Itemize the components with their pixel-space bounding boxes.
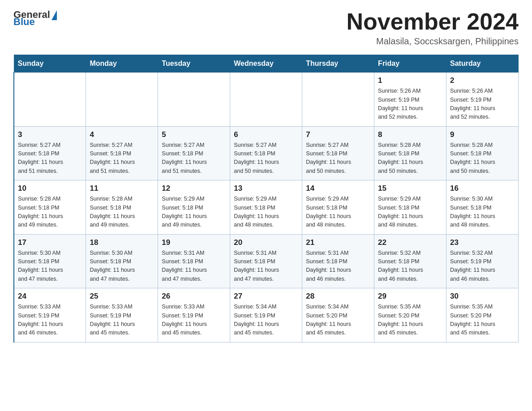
- header-row: SundayMondayTuesdayWednesdayThursdayFrid…: [14, 55, 519, 73]
- day-number: 13: [234, 184, 298, 193]
- day-cell: 15Sunrise: 5:29 AM Sunset: 5:18 PM Dayli…: [374, 180, 446, 235]
- day-info: Sunrise: 5:33 AM Sunset: 5:19 PM Dayligh…: [18, 303, 82, 338]
- day-info: Sunrise: 5:32 AM Sunset: 5:18 PM Dayligh…: [378, 249, 442, 284]
- logo-triangle-icon: [51, 10, 57, 20]
- day-cell: 20Sunrise: 5:31 AM Sunset: 5:18 PM Dayli…: [230, 234, 302, 288]
- day-cell: 2Sunrise: 5:26 AM Sunset: 5:19 PM Daylig…: [446, 73, 519, 127]
- day-cell: 26Sunrise: 5:33 AM Sunset: 5:19 PM Dayli…: [158, 288, 230, 342]
- day-cell: 24Sunrise: 5:33 AM Sunset: 5:19 PM Dayli…: [14, 288, 86, 342]
- day-number: 5: [162, 130, 226, 139]
- header-cell-thursday: Thursday: [302, 55, 374, 73]
- week-row-4: 17Sunrise: 5:30 AM Sunset: 5:18 PM Dayli…: [14, 234, 519, 288]
- day-number: 20: [234, 238, 298, 247]
- header-cell-friday: Friday: [374, 55, 446, 73]
- day-cell: 9Sunrise: 5:28 AM Sunset: 5:18 PM Daylig…: [446, 126, 519, 180]
- day-number: 23: [450, 238, 515, 247]
- day-number: 2: [450, 76, 515, 85]
- day-info: Sunrise: 5:32 AM Sunset: 5:19 PM Dayligh…: [450, 249, 515, 284]
- day-info: Sunrise: 5:34 AM Sunset: 5:19 PM Dayligh…: [234, 303, 298, 338]
- day-number: 11: [90, 184, 154, 193]
- day-number: 7: [306, 130, 370, 139]
- day-number: 30: [450, 292, 515, 301]
- day-info: Sunrise: 5:35 AM Sunset: 5:20 PM Dayligh…: [450, 303, 515, 338]
- day-cell: 11Sunrise: 5:28 AM Sunset: 5:18 PM Dayli…: [86, 180, 158, 235]
- day-number: 26: [162, 292, 226, 301]
- day-cell: 4Sunrise: 5:27 AM Sunset: 5:18 PM Daylig…: [86, 126, 158, 180]
- day-cell: 23Sunrise: 5:32 AM Sunset: 5:19 PM Dayli…: [446, 234, 519, 288]
- week-row-5: 24Sunrise: 5:33 AM Sunset: 5:19 PM Dayli…: [14, 288, 519, 342]
- day-number: 16: [450, 184, 515, 193]
- day-cell: 6Sunrise: 5:27 AM Sunset: 5:18 PM Daylig…: [230, 126, 302, 180]
- day-info: Sunrise: 5:33 AM Sunset: 5:19 PM Dayligh…: [90, 303, 154, 338]
- day-cell: 30Sunrise: 5:35 AM Sunset: 5:20 PM Dayli…: [446, 288, 519, 342]
- day-cell: 22Sunrise: 5:32 AM Sunset: 5:18 PM Dayli…: [374, 234, 446, 288]
- day-number: 12: [162, 184, 226, 193]
- day-info: Sunrise: 5:27 AM Sunset: 5:18 PM Dayligh…: [18, 141, 82, 176]
- day-cell: 18Sunrise: 5:30 AM Sunset: 5:18 PM Dayli…: [86, 234, 158, 288]
- day-info: Sunrise: 5:30 AM Sunset: 5:18 PM Dayligh…: [450, 195, 515, 230]
- header-cell-sunday: Sunday: [14, 55, 86, 73]
- day-info: Sunrise: 5:34 AM Sunset: 5:20 PM Dayligh…: [306, 303, 370, 338]
- day-info: Sunrise: 5:33 AM Sunset: 5:19 PM Dayligh…: [162, 303, 226, 338]
- day-number: 10: [18, 184, 82, 193]
- day-cell: 10Sunrise: 5:28 AM Sunset: 5:18 PM Dayli…: [14, 180, 86, 235]
- day-cell: [158, 73, 230, 127]
- day-cell: 13Sunrise: 5:29 AM Sunset: 5:18 PM Dayli…: [230, 180, 302, 235]
- day-number: 8: [378, 130, 442, 139]
- day-number: 14: [306, 184, 370, 193]
- day-info: Sunrise: 5:27 AM Sunset: 5:18 PM Dayligh…: [162, 141, 226, 176]
- day-cell: 1Sunrise: 5:26 AM Sunset: 5:19 PM Daylig…: [374, 73, 446, 127]
- day-number: 15: [378, 184, 442, 193]
- day-info: Sunrise: 5:27 AM Sunset: 5:18 PM Dayligh…: [306, 141, 370, 176]
- calendar-body: 1Sunrise: 5:26 AM Sunset: 5:19 PM Daylig…: [14, 73, 519, 342]
- title-block: November 2024 Malasila, Soccsksargen, Ph…: [347, 9, 519, 47]
- header-cell-tuesday: Tuesday: [158, 55, 230, 73]
- day-cell: 5Sunrise: 5:27 AM Sunset: 5:18 PM Daylig…: [158, 126, 230, 180]
- calendar-subtitle: Malasila, Soccsksargen, Philippines: [347, 36, 519, 47]
- day-number: 21: [306, 238, 370, 247]
- day-number: 22: [378, 238, 442, 247]
- day-info: Sunrise: 5:29 AM Sunset: 5:18 PM Dayligh…: [378, 195, 442, 230]
- day-info: Sunrise: 5:27 AM Sunset: 5:18 PM Dayligh…: [234, 141, 298, 176]
- day-info: Sunrise: 5:27 AM Sunset: 5:18 PM Dayligh…: [90, 141, 154, 176]
- day-cell: 14Sunrise: 5:29 AM Sunset: 5:18 PM Dayli…: [302, 180, 374, 235]
- calendar-table: SundayMondayTuesdayWednesdayThursdayFrid…: [13, 55, 519, 342]
- day-info: Sunrise: 5:28 AM Sunset: 5:18 PM Dayligh…: [90, 195, 154, 230]
- day-cell: [14, 73, 86, 127]
- week-row-2: 3Sunrise: 5:27 AM Sunset: 5:18 PM Daylig…: [14, 126, 519, 180]
- day-cell: 29Sunrise: 5:35 AM Sunset: 5:20 PM Dayli…: [374, 288, 446, 342]
- day-info: Sunrise: 5:35 AM Sunset: 5:20 PM Dayligh…: [378, 303, 442, 338]
- day-number: 18: [90, 238, 154, 247]
- logo-blue-text: Blue: [13, 16, 35, 28]
- day-number: 4: [90, 130, 154, 139]
- day-info: Sunrise: 5:26 AM Sunset: 5:19 PM Dayligh…: [378, 87, 442, 122]
- calendar-title: November 2024: [347, 9, 519, 34]
- day-info: Sunrise: 5:31 AM Sunset: 5:18 PM Dayligh…: [306, 249, 370, 284]
- header-cell-wednesday: Wednesday: [230, 55, 302, 73]
- day-cell: [86, 73, 158, 127]
- day-cell: [302, 73, 374, 127]
- day-info: Sunrise: 5:30 AM Sunset: 5:18 PM Dayligh…: [18, 249, 82, 284]
- day-cell: 16Sunrise: 5:30 AM Sunset: 5:18 PM Dayli…: [446, 180, 519, 235]
- day-cell: 21Sunrise: 5:31 AM Sunset: 5:18 PM Dayli…: [302, 234, 374, 288]
- week-row-3: 10Sunrise: 5:28 AM Sunset: 5:18 PM Dayli…: [14, 180, 519, 235]
- day-cell: 7Sunrise: 5:27 AM Sunset: 5:18 PM Daylig…: [302, 126, 374, 180]
- week-row-1: 1Sunrise: 5:26 AM Sunset: 5:19 PM Daylig…: [14, 73, 519, 127]
- day-info: Sunrise: 5:28 AM Sunset: 5:18 PM Dayligh…: [378, 141, 442, 176]
- day-cell: 25Sunrise: 5:33 AM Sunset: 5:19 PM Dayli…: [86, 288, 158, 342]
- day-number: 28: [306, 292, 370, 301]
- day-number: 19: [162, 238, 226, 247]
- header-cell-saturday: Saturday: [446, 55, 519, 73]
- day-cell: 27Sunrise: 5:34 AM Sunset: 5:19 PM Dayli…: [230, 288, 302, 342]
- day-number: 17: [18, 238, 82, 247]
- day-cell: 3Sunrise: 5:27 AM Sunset: 5:18 PM Daylig…: [14, 126, 86, 180]
- day-info: Sunrise: 5:31 AM Sunset: 5:18 PM Dayligh…: [162, 249, 226, 284]
- day-info: Sunrise: 5:30 AM Sunset: 5:18 PM Dayligh…: [90, 249, 154, 284]
- day-info: Sunrise: 5:29 AM Sunset: 5:18 PM Dayligh…: [234, 195, 298, 230]
- day-info: Sunrise: 5:29 AM Sunset: 5:18 PM Dayligh…: [162, 195, 226, 230]
- day-info: Sunrise: 5:29 AM Sunset: 5:18 PM Dayligh…: [306, 195, 370, 230]
- day-cell: [230, 73, 302, 127]
- day-number: 1: [378, 76, 442, 85]
- day-info: Sunrise: 5:26 AM Sunset: 5:19 PM Dayligh…: [450, 87, 515, 122]
- day-cell: 28Sunrise: 5:34 AM Sunset: 5:20 PM Dayli…: [302, 288, 374, 342]
